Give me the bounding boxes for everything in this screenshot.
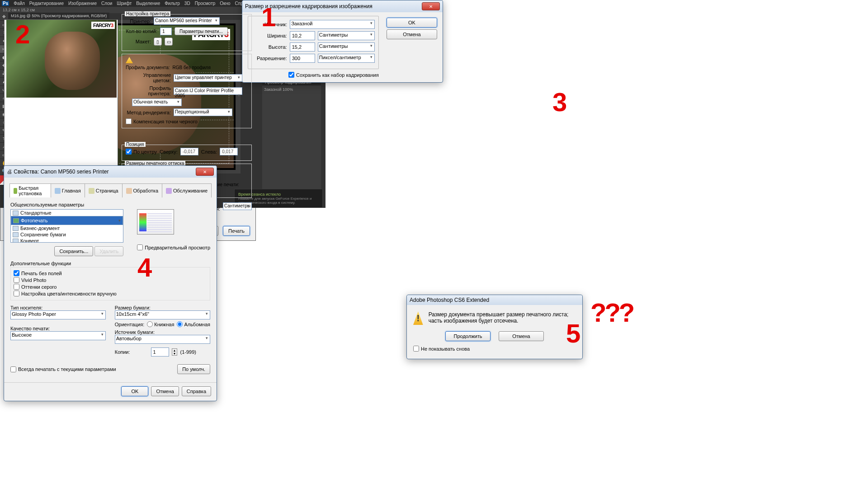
presets-listbox[interactable]: Стандартные Фотопечать Бизнес-документ С…	[10, 209, 123, 243]
annotation-3: 3	[552, 87, 567, 117]
always-current-checkbox[interactable]: Всегда печатать с текущими параметрами	[10, 366, 116, 372]
menu-image[interactable]: Изображение	[68, 1, 97, 6]
copies-label: Копии:	[115, 349, 130, 355]
dialog-titlebar: 🖨 Свойства: Canon MP560 series Printer ✕	[4, 166, 217, 178]
continue-button[interactable]: Продолжить	[445, 331, 491, 341]
borderless-checkbox[interactable]: Печать без полей	[14, 270, 62, 276]
right-panels: Просмотр кадрирования Заказной 100%	[262, 79, 321, 206]
printer-icon: 🖨	[7, 169, 12, 175]
menu-view[interactable]: Просмотр	[195, 1, 216, 6]
cancel-button[interactable]: Отмена	[151, 386, 179, 396]
spinner-down-icon[interactable]: ▼	[172, 352, 177, 355]
source-select[interactable]: Заказной	[290, 20, 375, 29]
media-select[interactable]: Glossy Photo Paper	[10, 310, 106, 319]
vivid-checkbox[interactable]: Vivid Photo	[14, 277, 46, 283]
menu-select[interactable]: Выделение	[136, 1, 160, 6]
doc-profile-value: RGB без профиля	[173, 65, 211, 70]
copies-input[interactable]	[151, 347, 169, 357]
tab-icon	[14, 188, 17, 194]
orientation-landscape-radio[interactable]: Альбомная	[177, 321, 210, 327]
paper-source-label: Источник бумаги:	[115, 329, 210, 335]
copies-input[interactable]	[160, 28, 172, 35]
crop-size-readout: 13,2 см x 15,2 см	[3, 8, 35, 12]
printer-properties-dialog: 🖨 Свойства: Canon MP560 series Printer ✕…	[4, 165, 217, 401]
preview-checkbox[interactable]: Предварительный просмотр	[137, 244, 210, 250]
tab-page[interactable]: Страница	[85, 183, 123, 197]
black-comp-checkbox[interactable]: Компенсация точки черного	[126, 118, 198, 124]
preset-icon	[13, 211, 19, 216]
delete-preset-button: Удалить	[94, 246, 123, 256]
crop-size-dialog: Размер и разрешение кадрирования изображ…	[242, 0, 443, 83]
list-item: Бизнес-документ	[11, 225, 123, 231]
save-preset-checkbox[interactable]: Сохранить как набор кадрирования	[288, 72, 379, 78]
tab-maintenance[interactable]: Обслуживание	[162, 183, 212, 197]
cancel-button[interactable]: Отмена	[499, 331, 544, 341]
presets-label: Общеиспользуемые параметры	[10, 202, 210, 207]
close-icon[interactable]: ✕	[422, 2, 440, 10]
width-input[interactable]	[290, 31, 315, 40]
dialog-title: Свойства: Canon MP560 series Printer	[14, 169, 108, 175]
preset-icon	[13, 239, 19, 243]
preset-icon	[13, 232, 19, 237]
quality-select[interactable]: Высокое	[10, 331, 106, 340]
layout-landscape-icon[interactable]: ▭	[165, 38, 173, 46]
height-input[interactable]	[290, 42, 315, 52]
menu-filter[interactable]: Фильтр	[165, 1, 180, 6]
tab-quick-setup[interactable]: Быстрая установка	[9, 183, 51, 197]
close-icon[interactable]: ✕	[196, 168, 214, 176]
resolution-unit-select[interactable]: Пиксел/сантиметр	[318, 54, 375, 63]
document-tab[interactable]: M16.jpg @ 50% (Просмотр кадрирования, RG…	[8, 13, 109, 19]
preset-icon	[13, 226, 19, 231]
printer-select[interactable]: Canon MP560 series Printer	[154, 17, 220, 25]
farcry3-logo: FARCRY3	[91, 22, 115, 29]
defaults-button[interactable]: По умолч.	[177, 364, 210, 374]
tab-main[interactable]: Главная	[51, 183, 85, 197]
width-label: Ширина:	[252, 33, 287, 38]
tab-icon	[89, 188, 94, 194]
printer-profile-select[interactable]: Canon IJ Color Printer Profile 2005	[174, 87, 242, 95]
normal-print-select[interactable]: Обычная печать	[132, 99, 182, 106]
center-checkbox[interactable]: По центру	[126, 149, 157, 155]
units-select[interactable]: Сантиметры	[223, 202, 252, 210]
manual-color-checkbox[interactable]: Настройка цвета/интенсивности вручную	[14, 291, 117, 296]
menu-3d[interactable]: 3D	[184, 1, 190, 6]
color-mgmt-select[interactable]: Цветом управляет принтер	[174, 74, 242, 82]
paper-size-select[interactable]: 10x15cm 4"x6"	[115, 310, 210, 319]
height-unit-select[interactable]: Сантиметры	[318, 42, 375, 52]
doc-profile-label: Профиль документа:	[126, 65, 170, 70]
paper-size-label: Размер бумаги:	[115, 305, 210, 310]
tab-processing[interactable]: Обработка	[122, 183, 162, 197]
paper-source-select[interactable]: Автовыбор	[115, 335, 210, 344]
panel-zoom: Заказной 100%	[262, 85, 321, 94]
dialog-titlebar: Размер и разрешение кадрирования изображ…	[242, 0, 443, 12]
dont-show-checkbox[interactable]: Не показывать снова	[413, 346, 470, 352]
ok-button[interactable]: OK	[387, 18, 437, 28]
top-input	[180, 148, 198, 155]
orientation-portrait-radio[interactable]: Книжная	[147, 321, 174, 327]
width-unit-select[interactable]: Сантиметры	[318, 31, 375, 40]
orientation-label: Ориентация:	[115, 322, 145, 327]
render-label: Метод рендеринга:	[126, 110, 171, 115]
render-select[interactable]: Перцепционный	[174, 108, 232, 116]
cancel-button[interactable]: Отмена	[387, 29, 437, 39]
print-params-button[interactable]: Параметры печати...	[175, 27, 228, 35]
spinner-up-icon[interactable]: ▲	[172, 349, 177, 352]
grayscale-checkbox[interactable]: Оттенки серого	[14, 284, 57, 290]
layout-label: Макет:	[126, 39, 151, 44]
menu-window[interactable]: Окно	[220, 1, 230, 6]
layout-portrait-icon[interactable]: ▯	[154, 38, 162, 46]
tab-icon	[166, 188, 172, 194]
ok-button[interactable]: OK	[121, 386, 148, 396]
help-button[interactable]: Справка	[182, 386, 211, 396]
save-preset-button[interactable]: Сохранить...	[54, 246, 93, 256]
menu-layers[interactable]: Слои	[101, 1, 112, 6]
preset-icon	[13, 218, 19, 223]
list-item: Конверт	[11, 238, 123, 243]
resolution-input[interactable]	[290, 54, 315, 63]
menu-file[interactable]: Файл	[14, 1, 25, 6]
print-button[interactable]: Печать	[223, 226, 250, 236]
tab-icon	[55, 188, 61, 194]
menu-edit[interactable]: Редактирование	[29, 1, 64, 6]
menu-type[interactable]: Шрифт	[117, 1, 132, 6]
warning-icon	[126, 57, 133, 63]
